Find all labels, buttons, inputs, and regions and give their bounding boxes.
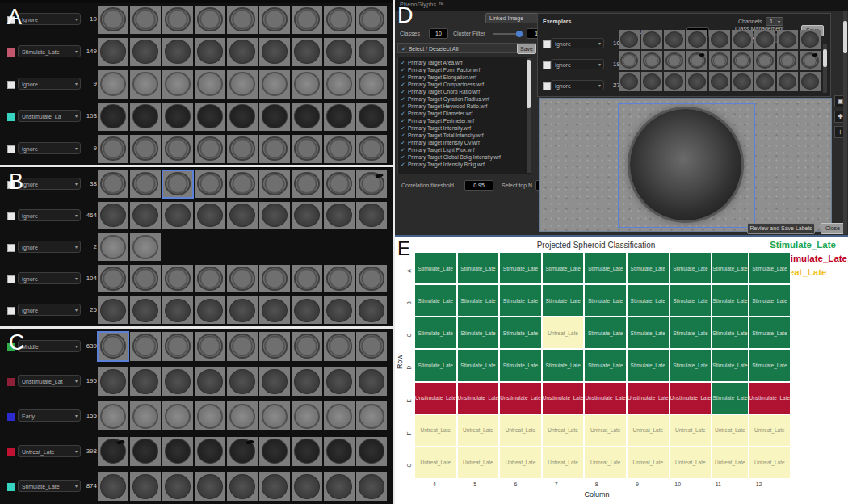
spheroid-thumbnail[interactable]	[98, 70, 128, 99]
heatmap-cell[interactable]: Stimulate_Late	[499, 284, 542, 317]
correlation-threshold-input[interactable]: 0.95	[464, 180, 493, 191]
class-dropdown[interactable]: Ignore▾	[18, 142, 81, 154]
exemplar-thumbnail[interactable]	[619, 51, 640, 70]
heatmap-cell[interactable]: Stimulate_Late	[627, 284, 670, 317]
spheroid-thumbnail[interactable]	[324, 296, 355, 324]
heatmap-cell[interactable]: Stimulate_Late	[712, 317, 748, 349]
exemplar-thumbnail[interactable]	[709, 51, 730, 70]
class-dropdown[interactable]: Ignore▾	[551, 38, 604, 48]
spheroid-thumbnail[interactable]	[259, 103, 290, 131]
feature-checkbox[interactable]: ✓	[401, 154, 405, 160]
spheroid-thumbnail[interactable]	[292, 437, 322, 466]
heatmap-cell[interactable]: Unstimulate_Late	[749, 382, 791, 414]
spheroid-thumbnail[interactable]	[98, 170, 128, 198]
spheroid-thumbnail[interactable]	[130, 401, 161, 430]
class-dropdown[interactable]: Ignore▾	[18, 304, 81, 316]
spheroid-thumbnail[interactable]	[324, 170, 355, 198]
heatmap-cell[interactable]: Stimulate_Late	[749, 252, 791, 284]
exemplar-thumbnail[interactable]	[619, 30, 640, 49]
feature-item[interactable]: ✓Primary Target Intensity.wrf	[401, 125, 531, 132]
feature-item[interactable]: ✓Primary Target Light Flux.wrf	[401, 147, 531, 154]
spheroid-thumbnail[interactable]	[195, 367, 225, 396]
spheroid-thumbnail[interactable]	[292, 367, 322, 396]
scrollbar-thumb[interactable]	[823, 49, 827, 67]
spheroid-thumbnail[interactable]	[324, 401, 355, 430]
heatmap-cell[interactable]: Stimulate_Late	[670, 284, 712, 317]
heatmap-cell[interactable]: Stimulate_Late	[712, 349, 748, 381]
class-dropdown[interactable]: Ignore▾	[18, 241, 81, 253]
spheroid-thumbnail[interactable]	[259, 401, 290, 430]
feature-checkbox[interactable]: ✓	[401, 103, 405, 109]
spheroid-thumbnail[interactable]	[227, 135, 258, 163]
spheroid-thumbnail[interactable]	[227, 170, 258, 198]
spheroid-thumbnail[interactable]	[227, 70, 258, 99]
spheroid-thumbnail[interactable]	[259, 437, 290, 466]
spheroid-thumbnail[interactable]	[162, 296, 193, 324]
spheroid-thumbnail[interactable]	[130, 437, 161, 466]
feature-item[interactable]: ✓Primary Target Gyration Radius.wrf	[401, 96, 531, 103]
spheroid-thumbnail[interactable]	[356, 472, 387, 501]
spheroid-thumbnail[interactable]	[162, 38, 193, 66]
spheroid-thumbnail[interactable]	[98, 6, 128, 34]
spheroid-thumbnail[interactable]	[195, 401, 225, 430]
slider-knob[interactable]	[516, 31, 523, 37]
class-dropdown[interactable]: Ignore▾	[18, 78, 81, 90]
class-dropdown[interactable]: Ignore▾	[18, 272, 81, 284]
spheroid-thumbnail[interactable]	[130, 472, 161, 501]
spheroid-thumbnail[interactable]	[227, 332, 258, 361]
spheroid-thumbnail[interactable]	[98, 437, 128, 466]
window-scrollbar[interactable]	[843, 11, 847, 234]
class-dropdown[interactable]: Ignore▾	[551, 80, 604, 90]
spheroid-thumbnail[interactable]	[259, 472, 290, 501]
spheroid-thumbnail[interactable]	[227, 437, 258, 466]
spheroid-viewer[interactable]	[539, 98, 832, 232]
spheroid-thumbnail[interactable]	[98, 265, 128, 292]
exemplar-thumbnail[interactable]	[686, 30, 707, 49]
class-color-checkbox[interactable]	[7, 307, 15, 315]
spheroid-thumbnail[interactable]	[130, 70, 161, 99]
spheroid-thumbnail[interactable]	[130, 265, 161, 292]
spheroid-thumbnail[interactable]	[195, 38, 225, 66]
exemplar-thumbnail[interactable]	[732, 30, 753, 49]
heatmap-cell[interactable]: Untreat_Late	[414, 414, 457, 447]
spheroid-thumbnail[interactable]	[356, 6, 387, 34]
exemplar-thumbnail[interactable]	[777, 30, 798, 49]
spheroid-thumbnail[interactable]	[227, 265, 258, 292]
class-color-checkbox[interactable]	[543, 82, 551, 90]
spheroid-thumbnail[interactable]	[98, 103, 128, 131]
heatmap-cell[interactable]: Unstimulate_Late	[627, 382, 670, 414]
spheroid-thumbnail[interactable]	[324, 70, 355, 99]
heatmap-cell[interactable]: Stimulate_Late	[414, 252, 457, 284]
feature-item[interactable]: ✓Primary Target Area.wrf	[401, 60, 531, 67]
heatmap-cell[interactable]: Stimulate_Late	[457, 284, 500, 317]
spheroid-thumbnail[interactable]	[130, 103, 161, 131]
spheroid-thumbnail[interactable]	[130, 6, 161, 34]
spheroid-thumbnail[interactable]	[356, 367, 387, 396]
spheroid-thumbnail[interactable]	[292, 296, 322, 324]
spheroid-thumbnail[interactable]	[324, 265, 355, 292]
spheroid-thumbnail[interactable]	[324, 38, 355, 66]
spheroid-thumbnail[interactable]	[98, 38, 128, 66]
spheroid-thumbnail[interactable]	[324, 135, 355, 163]
heatmap-cell[interactable]: Untreat_Late	[749, 414, 791, 447]
class-dropdown[interactable]: Early▾	[18, 410, 81, 422]
spheroid-thumbnail[interactable]	[259, 170, 290, 198]
exemplar-thumbnail[interactable]	[800, 51, 821, 70]
feature-item[interactable]: ✓Primary Target Chord Ratio.wrf	[401, 89, 531, 96]
spheroid-thumbnail[interactable]	[292, 265, 322, 292]
exemplar-thumbnail[interactable]	[754, 51, 775, 70]
spheroid-thumbnail[interactable]	[259, 202, 290, 229]
spheroid-thumbnail[interactable]	[324, 472, 355, 501]
spheroid-thumbnail[interactable]	[259, 70, 290, 99]
exemplar-scrollbar[interactable]	[823, 44, 827, 93]
exemplar-thumbnail[interactable]	[686, 72, 707, 91]
spheroid-thumbnail[interactable]	[195, 103, 225, 131]
spheroid-thumbnail[interactable]	[292, 202, 322, 229]
spheroid-thumbnail[interactable]	[324, 332, 355, 361]
exemplar-thumbnail[interactable]	[754, 30, 775, 49]
spheroid-thumbnail[interactable]	[162, 202, 193, 229]
feature-item[interactable]: ✓Primary Target Intensity CV.wrf	[401, 140, 531, 147]
exemplar-thumbnail[interactable]	[641, 30, 662, 49]
spheroid-thumbnail[interactable]	[195, 296, 225, 324]
heatmap-cell[interactable]: Stimulate_Late	[414, 284, 457, 317]
